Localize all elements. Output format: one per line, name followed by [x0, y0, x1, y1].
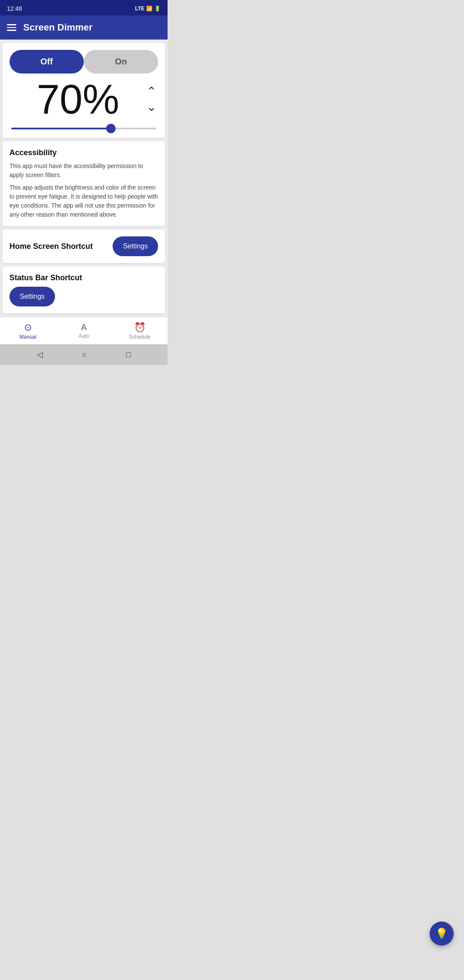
home-shortcut-settings-button[interactable]: Settings	[113, 236, 158, 256]
increase-button[interactable]: ⌃	[147, 86, 156, 98]
schedule-icon: ⏰	[134, 322, 146, 333]
home-shortcut-card: Home Screen Shortcut Settings	[3, 230, 165, 263]
status-shortcut-settings-button[interactable]: Settings	[9, 287, 55, 306]
android-back-button[interactable]: ◁	[37, 350, 43, 359]
dimmer-control-card: Off On 70% ⌃ ⌄	[3, 43, 165, 138]
auto-label: Auto	[79, 333, 89, 339]
manual-icon: ⊙	[24, 322, 32, 333]
percent-row: 70% ⌃ ⌄	[9, 79, 158, 120]
decrease-button[interactable]: ⌄	[147, 101, 156, 113]
status-icons: LTE 📶 🔋	[135, 6, 161, 12]
nav-schedule[interactable]: ⏰ Schedule	[112, 317, 168, 344]
signal-icon: 📶	[146, 6, 153, 12]
auto-icon: A	[81, 322, 87, 332]
status-shortcut-card: Status Bar Shortcut Settings	[3, 266, 165, 313]
nav-manual[interactable]: ⊙ Manual	[0, 317, 56, 344]
manual-label: Manual	[19, 334, 36, 340]
home-shortcut-row: Home Screen Shortcut Settings	[9, 236, 158, 256]
on-button[interactable]: On	[84, 50, 158, 74]
accessibility-card: Accessibility This app must have the acc…	[3, 141, 165, 226]
battery-icon: 🔋	[154, 6, 161, 12]
schedule-label: Schedule	[129, 334, 150, 340]
accessibility-title: Accessibility	[9, 148, 158, 157]
app-bar: Screen Dimmer	[0, 15, 168, 40]
android-home-button[interactable]: ○	[82, 350, 87, 359]
android-recents-button[interactable]: □	[126, 350, 131, 359]
nav-auto[interactable]: A Auto	[56, 317, 112, 344]
arrow-controls: ⌃ ⌄	[147, 86, 156, 113]
app-title: Screen Dimmer	[23, 22, 92, 33]
android-nav-bar: ◁ ○ □	[0, 344, 168, 365]
home-shortcut-title: Home Screen Shortcut	[9, 242, 93, 251]
accessibility-text: This app must have the accessibility per…	[9, 162, 158, 219]
percent-value: 70%	[9, 79, 147, 120]
off-button[interactable]: Off	[9, 50, 84, 74]
main-content: Off On 70% ⌃ ⌄ Accessibility This app mu…	[0, 40, 168, 317]
status-bar: 12:48 LTE 📶 🔋	[0, 0, 168, 15]
lte-icon: LTE	[135, 6, 144, 12]
hamburger-menu-icon[interactable]	[7, 24, 16, 31]
brightness-slider-container	[9, 123, 158, 131]
bottom-nav: ⊙ Manual A Auto ⏰ Schedule	[0, 317, 168, 344]
status-time: 12:48	[7, 5, 22, 12]
accessibility-para1: This app must have the accessibility per…	[9, 162, 158, 180]
status-shortcut-title: Status Bar Shortcut	[9, 273, 158, 282]
brightness-slider[interactable]	[11, 128, 156, 129]
accessibility-para2: This app adjusts the brightness and colo…	[9, 183, 158, 219]
on-off-toggle: Off On	[9, 50, 158, 74]
